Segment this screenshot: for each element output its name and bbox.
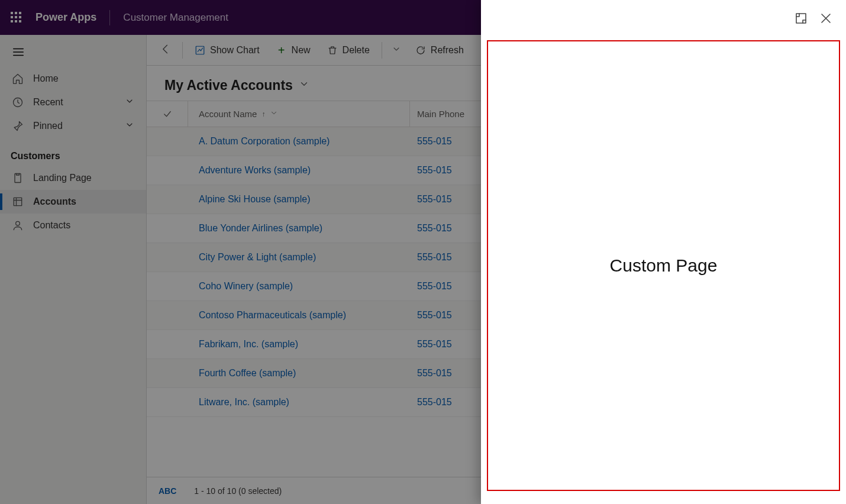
chevron-down-icon [125,96,134,108]
account-name-link[interactable]: Blue Yonder Airlines (sample) [199,223,322,234]
row-selector[interactable] [147,243,188,272]
select-all-column[interactable] [147,101,188,127]
account-name-link[interactable]: City Power & Light (sample) [199,252,316,263]
nav-home[interactable]: Home [0,67,146,91]
delete-button[interactable]: Delete [320,41,377,59]
new-button[interactable]: +New [269,41,318,59]
app-title: Customer Management [123,12,228,24]
plus-icon: + [276,45,287,56]
svg-rect-5 [796,14,806,23]
nav-pinned[interactable]: Pinned [0,114,146,138]
sidebar-item-label: Landing Page [33,173,92,183]
show-chart-button[interactable]: Show Chart [188,41,267,59]
cmd-label: Show Chart [210,45,260,56]
nav-label: Recent [33,97,63,108]
separator [382,42,382,59]
sidebar-item-accounts[interactable]: Accounts [0,190,146,214]
sidebar-item-contacts[interactable]: Contacts [0,214,146,237]
app-launcher-icon[interactable] [11,12,22,24]
svg-rect-2 [14,198,21,205]
suite-name[interactable]: Power Apps [35,11,96,24]
home-icon [12,73,24,85]
sidebar-item-label: Contacts [33,220,70,231]
svg-point-3 [16,221,20,225]
column-label: Main Phone [417,109,464,119]
row-selector[interactable] [147,359,188,387]
chevron-down-icon [270,109,278,119]
refresh-button[interactable]: Refresh [408,41,471,59]
sidebar-item-label: Accounts [33,196,76,207]
account-name-link[interactable]: Fabrikam, Inc. (sample) [199,339,298,350]
delete-split-chevron[interactable] [387,41,406,60]
nav-section-header: Customers [0,138,146,166]
account-name-link[interactable]: Alpine Ski House (sample) [199,194,311,205]
header-divider [109,10,110,25]
account-name-link[interactable]: Adventure Works (sample) [199,165,311,176]
row-selector[interactable] [147,388,188,416]
back-button[interactable] [154,38,177,62]
separator [182,42,183,59]
entity-icon [12,172,24,184]
chevron-down-icon [125,120,134,132]
row-selector[interactable] [147,185,188,214]
sort-ascending-icon: ↑ [261,110,265,118]
account-name-link[interactable]: Coho Winery (sample) [199,281,293,292]
refresh-icon [415,45,426,56]
custom-page-title: Custom Page [610,256,718,276]
account-name-link[interactable]: Litware, Inc. (sample) [199,397,289,408]
close-button[interactable] [819,11,833,25]
column-label: Account Name [199,109,257,119]
left-nav: Home Recent Pinned Customers Landing Pag… [0,35,147,504]
jump-bar[interactable]: ABC [159,486,176,496]
entity-icon [12,196,24,208]
clock-icon [12,96,24,108]
account-name-link[interactable]: Contoso Pharmaceuticals (sample) [199,310,346,321]
expand-button[interactable] [794,11,808,25]
nav-label: Pinned [33,121,63,131]
record-counter: 1 - 10 of 10 (0 selected) [194,486,282,496]
cmd-label: Delete [343,45,370,56]
sidebar-item-landing-page[interactable]: Landing Page [0,166,146,190]
cmd-label: Refresh [431,45,464,56]
row-selector[interactable] [147,127,188,156]
column-header-name[interactable]: Account Name ↑ [188,101,410,127]
trash-icon [327,45,338,56]
account-name-link[interactable]: A. Datum Corporation (sample) [199,136,330,147]
row-selector[interactable] [147,156,188,185]
entity-icon [12,219,24,231]
row-selector[interactable] [147,330,188,358]
nav-label: Home [33,73,59,84]
nav-recent[interactable]: Recent [0,91,146,114]
row-selector[interactable] [147,272,188,301]
view-title: My Active Accounts [164,77,293,93]
chart-icon [195,45,205,56]
cmd-label: New [292,45,311,56]
chevron-down-icon [299,79,309,92]
panel-content-frame: Custom Page [487,40,840,491]
side-panel: Custom Page [481,0,846,504]
pin-icon [12,120,24,132]
account-name-link[interactable]: Fourth Coffee (sample) [199,368,296,379]
nav-collapse-button[interactable] [0,40,146,67]
panel-header [481,0,846,37]
row-selector[interactable] [147,301,188,329]
row-selector[interactable] [147,214,188,243]
